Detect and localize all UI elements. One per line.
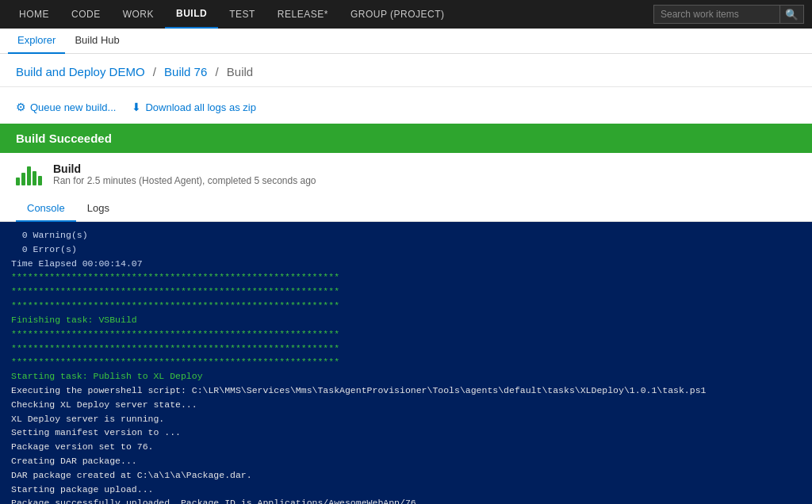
bar2	[21, 173, 25, 185]
build-title: Build	[53, 162, 316, 175]
top-nav: HOME CODE WORK BUILD TEST RELEASE* GROUP…	[0, 0, 812, 29]
download-logs-label: Download all logs as zip	[145, 101, 255, 113]
tab-logs[interactable]: Logs	[76, 196, 121, 222]
tab-console[interactable]: Console	[16, 196, 76, 222]
sub-nav: Explorer Build Hub	[0, 29, 812, 54]
build-subtitle: Ran for 2.5 minutes (Hosted Agent), comp…	[53, 175, 316, 186]
nav-test[interactable]: TEST	[218, 0, 266, 29]
nav-items: HOME CODE WORK BUILD TEST RELEASE* GROUP…	[8, 0, 653, 29]
build-text: Build Ran for 2.5 minutes (Hosted Agent)…	[53, 162, 316, 186]
console-line: Setting manifest version to ...	[11, 426, 801, 440]
search-box: 🔍	[653, 5, 804, 24]
bar4	[33, 171, 36, 185]
nav-work[interactable]: WORK	[112, 0, 165, 29]
console-line: ****************************************…	[11, 327, 801, 342]
console-line: Executing the powershell script: C:\LR\M…	[11, 384, 801, 398]
queue-build-button[interactable]: ⚙ Queue new build...	[16, 98, 116, 116]
console-line: ****************************************…	[11, 299, 801, 313]
download-icon: ⬇	[132, 101, 141, 113]
download-logs-button[interactable]: ⬇ Download all logs as zip	[132, 98, 255, 116]
build-banner: Build Succeeded	[0, 124, 812, 153]
console-line: DAR package created at C:\a\1\a\Package.…	[11, 468, 801, 483]
bar1	[16, 178, 20, 185]
subnav-explorer[interactable]: Explorer	[8, 29, 65, 54]
breadcrumb-sep2: /	[215, 65, 218, 78]
subnav-buildhub[interactable]: Build Hub	[65, 29, 128, 54]
console-line: Starting package upload...	[11, 483, 801, 497]
console-line: 0 Warning(s)	[11, 228, 801, 242]
nav-home[interactable]: HOME	[8, 0, 60, 29]
console-line: ****************************************…	[11, 355, 801, 369]
queue-icon: ⚙	[16, 101, 26, 113]
nav-release[interactable]: RELEASE*	[266, 0, 339, 29]
console-output[interactable]: 0 Warning(s) 0 Error(s)Time Elapsed 00:0…	[0, 222, 812, 504]
console-line: Package version set to 76.	[11, 440, 801, 454]
console-line: ****************************************…	[11, 284, 801, 299]
search-button[interactable]: 🔍	[780, 5, 804, 24]
breadcrumb-part1[interactable]: Build and Deploy DEMO	[16, 65, 145, 78]
console-line: ****************************************…	[11, 270, 801, 284]
console-line: Creating DAR package...	[11, 454, 801, 468]
content-tabs: Console Logs	[0, 196, 812, 222]
search-input[interactable]	[653, 5, 780, 24]
main-content: Build and Deploy DEMO / Build 76 / Build…	[0, 54, 812, 504]
build-progress-icon	[16, 163, 42, 185]
breadcrumb-divider	[0, 86, 812, 87]
breadcrumb: Build and Deploy DEMO / Build 76 / Build	[0, 54, 812, 86]
bar5	[38, 176, 42, 185]
nav-group[interactable]: GROUP (PROJECT)	[339, 0, 456, 29]
breadcrumb-part3: Build	[227, 65, 253, 78]
console-line: XL Deploy server is running.	[11, 412, 801, 426]
console-line: Package successfully uploaded. Package I…	[11, 496, 801, 504]
toolbar: ⚙ Queue new build... ⬇ Download all logs…	[0, 94, 812, 124]
console-line: Starting task: Publish to XL Deploy	[11, 369, 801, 384]
console-line: Finishing task: VSBuild	[11, 313, 801, 327]
queue-build-label: Queue new build...	[30, 101, 116, 113]
nav-code[interactable]: CODE	[60, 0, 112, 29]
nav-build[interactable]: BUILD	[165, 0, 218, 29]
console-line: ****************************************…	[11, 342, 801, 356]
bar3	[27, 166, 31, 185]
console-line: Time Elapsed 00:00:14.07	[11, 257, 801, 271]
breadcrumb-sep1: /	[153, 65, 156, 78]
breadcrumb-part2[interactable]: Build 76	[164, 65, 207, 78]
console-line: Checking XL Deploy server state...	[11, 398, 801, 412]
build-info: Build Ran for 2.5 minutes (Hosted Agent)…	[0, 153, 812, 196]
console-line: 0 Error(s)	[11, 242, 801, 257]
